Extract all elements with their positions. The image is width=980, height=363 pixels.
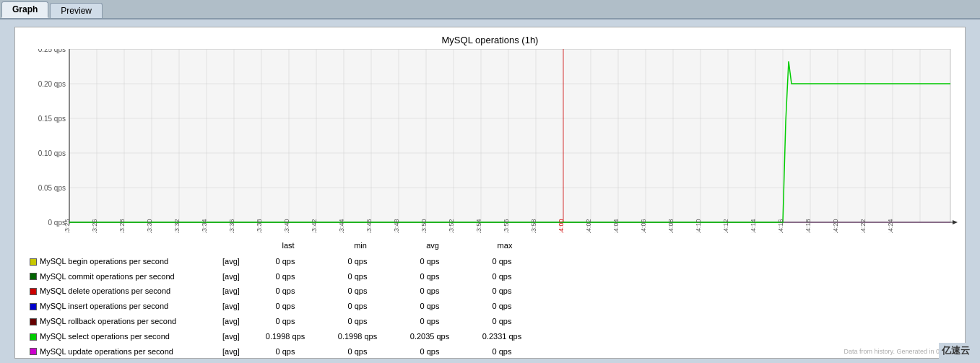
legend-min: 0 qps [321,299,394,314]
graph-title: MySQL operations (1h) [22,35,958,45]
svg-text:13:36: 13:36 [228,219,235,233]
main-content: MySQL operations (1h) [0,19,980,363]
legend-avg-val: 0 qps [394,315,466,329]
legend-avg-tag: [avg] [213,284,249,299]
legend-max: 0 qps [466,284,538,299]
legend-max: 0.2331 qps [466,330,538,344]
legend-row: MySQL commit operations per second[avg]0… [30,270,958,284]
svg-text:13:42: 13:42 [311,219,318,233]
svg-text:13:28: 13:28 [118,219,126,233]
tab-preview[interactable]: Preview [50,3,103,18]
legend-avg-val: 0 qps [394,255,466,269]
legend-min: 0 qps [321,345,394,359]
svg-text:14:20: 14:20 [832,219,839,233]
legend-label: MySQL begin operations per second [40,255,213,269]
svg-text:0.10 qps: 0.10 qps [38,149,66,157]
legend-avg-val: 0 qps [394,284,466,299]
legend-row: MySQL insert operations per second[avg]0… [30,299,958,314]
legend: last min avg max MySQL begin operations … [22,239,958,359]
legend-row: MySQL select operations per second[avg]0… [30,330,958,344]
legend-last: 0 qps [249,270,321,284]
legend-avg-tag: [avg] [213,299,249,314]
legend-header-max: max [469,239,541,253]
legend-header-min: min [324,239,396,253]
legend-last: 0 qps [249,315,321,329]
svg-text:13:56: 13:56 [503,219,510,233]
legend-max: 0 qps [466,270,538,284]
svg-text:14:02: 14:02 [585,219,592,233]
legend-label: MySQL update operations per second [40,345,213,359]
legend-avg-tag: [avg] [213,345,249,359]
legend-row: MySQL update operations per second[avg]0… [30,345,958,359]
svg-rect-0 [69,49,950,222]
svg-text:13:30: 13:30 [146,219,153,233]
legend-color-box [30,318,37,325]
svg-text:13:54: 13:54 [475,219,482,233]
svg-text:0.20 qps: 0.20 qps [38,80,66,88]
legend-avg-tag: [avg] [213,330,249,344]
legend-last: 0 qps [249,345,321,359]
legend-avg-tag: [avg] [213,255,249,269]
legend-avg-tag: [avg] [213,270,249,284]
svg-text:13:50: 13:50 [420,219,428,233]
tab-graph[interactable]: Graph [1,1,48,18]
legend-color-box [30,258,37,266]
legend-color-box [30,273,37,280]
legend-min: 0.1998 qps [321,330,394,344]
legend-header-last: last [252,239,324,253]
svg-marker-48 [953,220,958,224]
legend-avg-val: 0.2035 qps [394,330,466,344]
svg-text:13:32: 13:32 [173,219,181,233]
legend-min: 0 qps [321,270,394,284]
svg-text:14:12: 14:12 [722,219,729,233]
legend-max: 0 qps [466,315,538,329]
legend-label: MySQL commit operations per second [40,270,213,284]
svg-text:14:04: 14:04 [612,219,620,233]
svg-text:14:24: 14:24 [887,219,894,233]
svg-text:14:22: 14:22 [859,219,867,233]
legend-row: MySQL begin operations per second[avg]0 … [30,255,958,269]
graph-container: MySQL operations (1h) [14,27,966,359]
legend-max: 0 qps [466,299,538,314]
svg-text:13:58: 13:58 [530,219,537,233]
tab-bar: Graph Preview [0,0,980,19]
svg-text:14:08: 14:08 [667,219,675,233]
svg-text:0.05 qps: 0.05 qps [38,184,66,192]
legend-row: MySQL delete operations per second[avg]0… [30,284,958,299]
legend-last: 0.1998 qps [249,330,321,344]
legend-avg-tag: [avg] [213,315,249,329]
svg-text:0.15 qps: 0.15 qps [38,115,66,123]
svg-text:13:38: 13:38 [256,219,263,233]
svg-text:14:00: 14:00 [558,219,565,233]
svg-text:14:16: 14:16 [777,219,784,233]
legend-max: 0 qps [466,255,538,269]
svg-text:14:18: 14:18 [805,219,812,233]
legend-avg-val: 0 qps [394,345,466,359]
svg-text:14:06: 14:06 [640,219,647,233]
svg-text:14:14: 14:14 [750,219,757,233]
legend-color-box [30,288,37,295]
svg-text:13:34: 13:34 [201,219,208,233]
svg-text:13:44: 13:44 [338,219,345,233]
svg-text:13:25: 13:25 [64,219,71,233]
legend-rows: MySQL begin operations per second[avg]0 … [30,255,958,359]
svg-text:0.25 qps: 0.25 qps [38,49,66,53]
legend-min: 0 qps [321,284,394,299]
legend-label: MySQL delete operations per second [40,284,213,299]
svg-text:14:10: 14:10 [695,219,702,233]
legend-label: MySQL insert operations per second [40,299,213,314]
svg-text:13:40: 13:40 [283,219,290,233]
legend-last: 0 qps [249,255,321,269]
legend-color-box [30,348,37,355]
legend-label: MySQL select operations per second [40,330,213,344]
legend-avg-val: 0 qps [394,299,466,314]
legend-max: 0 qps [466,345,538,359]
legend-label: MySQL rollback operations per second [40,315,213,329]
legend-color-box [30,303,37,310]
legend-color-box [30,333,37,341]
legend-avg-val: 0 qps [394,270,466,284]
svg-text:13:46: 13:46 [365,219,373,233]
legend-min: 0 qps [321,315,394,329]
svg-text:13:48: 13:48 [393,219,400,233]
legend-header-avg: avg [396,239,469,253]
